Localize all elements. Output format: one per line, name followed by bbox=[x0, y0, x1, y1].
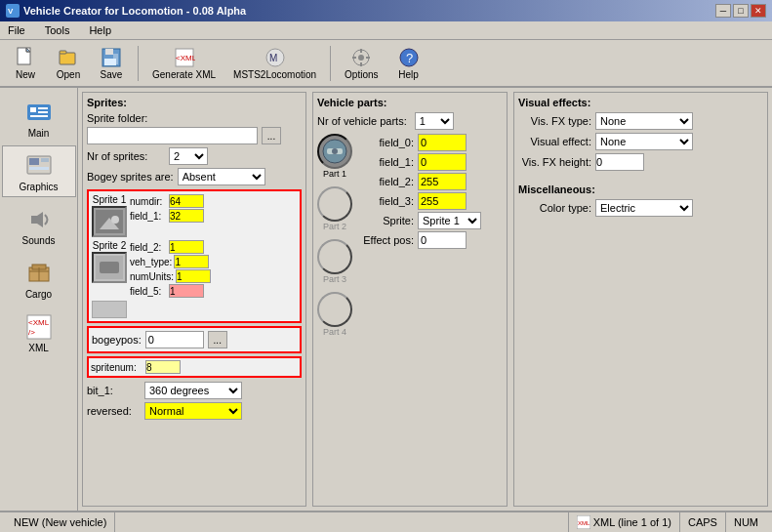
save-icon bbox=[100, 46, 123, 69]
maximize-button[interactable]: □ bbox=[733, 4, 749, 18]
close-button[interactable]: ✕ bbox=[751, 4, 766, 18]
svg-text:<XML>: <XML> bbox=[176, 54, 195, 62]
sprite-select-label: Sprite: bbox=[360, 215, 414, 226]
sprite-folder-label: Sprite folder: bbox=[87, 112, 165, 124]
generate-xml-icon: <XML> bbox=[173, 46, 196, 69]
sidebar-item-main[interactable]: Main bbox=[2, 92, 76, 143]
bit1-label: bit_1: bbox=[87, 385, 141, 396]
toolbar-separator bbox=[138, 46, 139, 81]
vehtype-row: veh_type: bbox=[130, 255, 211, 268]
main-label: Main bbox=[28, 128, 50, 139]
part4-group: Part 4 bbox=[317, 292, 352, 337]
svg-text:XML: XML bbox=[578, 520, 590, 526]
numdir-row: numdir: bbox=[130, 194, 204, 208]
sidebar-item-graphics[interactable]: Graphics bbox=[2, 145, 76, 197]
status-middle-spacer bbox=[115, 512, 568, 532]
menu-help[interactable]: Help bbox=[85, 23, 115, 37]
field2-input[interactable] bbox=[169, 240, 204, 254]
new-button[interactable]: New bbox=[6, 43, 45, 83]
sidebar-item-xml[interactable]: <XML/> XML bbox=[2, 307, 76, 358]
vis-fx-height-label: Vis. FX height: bbox=[518, 156, 591, 168]
open-label: Open bbox=[57, 69, 80, 80]
nr-sprites-label: Nr of sprites: bbox=[87, 150, 165, 162]
color-type-select[interactable]: ElectricDieselSteam bbox=[595, 199, 693, 217]
part4-label: Part 4 bbox=[323, 327, 346, 337]
msts-button[interactable]: M MSTS2Locomotion bbox=[226, 43, 323, 83]
vis-fx-height-input[interactable] bbox=[595, 153, 644, 171]
app-icon: V bbox=[6, 4, 20, 18]
status-num: NUM bbox=[726, 512, 766, 532]
vfield0-input[interactable] bbox=[418, 134, 467, 151]
nr-sprites-select[interactable]: 2134 bbox=[169, 147, 208, 165]
vfield2-input[interactable] bbox=[418, 173, 467, 190]
svg-text:M: M bbox=[269, 53, 277, 63]
vfield2-row: field_2: bbox=[360, 173, 481, 190]
save-button[interactable]: Save bbox=[92, 43, 131, 83]
bogeypos-label: bogeypos: bbox=[92, 334, 142, 346]
svg-rect-31 bbox=[41, 158, 49, 162]
sprite-select[interactable]: Sprite 1Sprite 2 bbox=[418, 212, 481, 229]
menu-tools[interactable]: Tools bbox=[41, 23, 74, 37]
help-button[interactable]: ? Help bbox=[389, 43, 428, 83]
sprite-folder-browse[interactable]: ... bbox=[262, 127, 281, 144]
effect-pos-input[interactable] bbox=[418, 231, 467, 249]
part4-circle[interactable] bbox=[317, 292, 352, 327]
part1-label: Part 1 bbox=[323, 169, 346, 179]
sprite2-row: Sprite 2 field_2: veh_type: bbox=[92, 240, 297, 298]
minimize-button[interactable]: ─ bbox=[715, 4, 731, 18]
sprite1-thumb[interactable] bbox=[92, 206, 127, 237]
graphics-label: Graphics bbox=[19, 182, 58, 192]
spritenum-input[interactable] bbox=[145, 360, 181, 374]
bit1-select[interactable]: 360 degrees 0 degrees 90 degrees 180 deg… bbox=[144, 382, 242, 399]
field2-row: field_2: bbox=[130, 240, 211, 254]
misc-section: Miscellaneous: Color type: ElectricDiese… bbox=[518, 184, 763, 220]
sprite2-thumb[interactable] bbox=[92, 252, 127, 283]
field5-input[interactable] bbox=[169, 284, 204, 298]
status-xml-text: XML (line 1 of 1) bbox=[593, 516, 671, 528]
sprites-list: Sprite 1 numdir: field_1: bbox=[87, 189, 302, 378]
generate-xml-label: Generate XML bbox=[152, 69, 216, 80]
part1-circle[interactable] bbox=[317, 134, 352, 169]
vis-fx-type-select[interactable]: NoneSteamSmoke bbox=[595, 112, 693, 130]
nr-vehicle-parts-select[interactable]: 1234 bbox=[415, 112, 454, 130]
main-icon bbox=[23, 97, 55, 128]
open-button[interactable]: Open bbox=[49, 43, 88, 83]
bogeypos-browse[interactable]: ... bbox=[208, 331, 227, 348]
svg-rect-28 bbox=[30, 115, 48, 117]
part2-circle[interactable] bbox=[317, 186, 352, 222]
vfield1-row: field_1: bbox=[360, 153, 481, 171]
vfield1-input[interactable] bbox=[418, 153, 467, 171]
vfield3-input[interactable] bbox=[418, 192, 467, 210]
sprite-folder-input[interactable] bbox=[87, 127, 258, 144]
bogey-sprites-select[interactable]: AbsentPresent bbox=[178, 168, 265, 185]
nr-vehicle-parts-row: Nr of vehicle parts: 1234 bbox=[317, 112, 503, 130]
reversed-row: reversed: Normal Reversed bbox=[87, 402, 302, 420]
numunits-input[interactable] bbox=[176, 269, 211, 283]
title-bar: V Vehicle Creator for Locomotion - 0.08 … bbox=[0, 0, 772, 21]
generate-xml-button[interactable]: <XML> Generate XML bbox=[145, 43, 223, 83]
open-icon bbox=[57, 46, 80, 69]
svg-rect-20 bbox=[352, 57, 356, 59]
status-caps: CAPS bbox=[680, 512, 726, 532]
visual-effect-select[interactable]: NoneType1 bbox=[595, 133, 693, 150]
vehtype-input[interactable] bbox=[174, 255, 209, 268]
menu-file[interactable]: File bbox=[4, 23, 29, 37]
msts-icon: M bbox=[264, 46, 287, 69]
bogeypos-input[interactable] bbox=[145, 331, 204, 348]
part3-circle[interactable] bbox=[317, 239, 352, 274]
window-title: Vehicle Creator for Locomotion - 0.08 Al… bbox=[23, 5, 246, 17]
sprite2-label: Sprite 2 bbox=[93, 240, 126, 251]
field1-input[interactable] bbox=[169, 209, 204, 223]
save-label: Save bbox=[101, 69, 123, 80]
svg-text:/>: /> bbox=[28, 328, 35, 337]
options-button[interactable]: Options bbox=[338, 43, 385, 83]
reversed-select[interactable]: Normal Reversed bbox=[144, 402, 242, 420]
sidebar-item-cargo[interactable]: Cargo bbox=[2, 253, 76, 305]
sidebar-item-sounds[interactable]: Sounds bbox=[2, 199, 76, 251]
numdir-input[interactable] bbox=[169, 194, 204, 208]
svg-rect-25 bbox=[30, 107, 36, 112]
effect-pos-label: Effect pos: bbox=[360, 234, 414, 246]
options-icon bbox=[349, 46, 373, 69]
sprites-title: Sprites: bbox=[87, 97, 302, 108]
svg-rect-32 bbox=[29, 167, 49, 170]
